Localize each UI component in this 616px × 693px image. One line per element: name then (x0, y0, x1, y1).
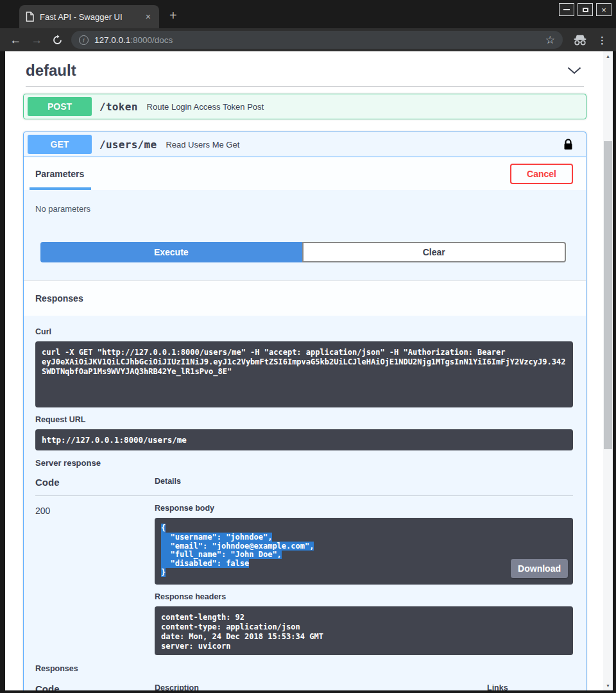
tab-title: Fast API - Swagger UI (40, 12, 144, 22)
post-endpoint-path: /token (99, 101, 138, 113)
tab-parameters[interactable]: Parameters (35, 169, 84, 179)
browser-menu-icon[interactable]: ⋮ (597, 35, 607, 45)
code-column-header: Code (35, 683, 155, 690)
maximize-icon (583, 8, 588, 12)
section-divider (26, 86, 584, 87)
request-url-label: Request URL (35, 415, 573, 424)
authorize-lock-icon[interactable] (562, 137, 574, 151)
window-controls: × (556, 3, 612, 16)
opblock-post-token: POST /token Route Login Access Token Pos… (23, 94, 586, 119)
post-method-badge: POST (28, 97, 92, 116)
curl-command-block: curl -X GET "http://127.0.0.1:8000/users… (35, 341, 573, 407)
maximize-button[interactable] (578, 3, 593, 16)
response-headers-block: content-length: 92 content-type: applica… (155, 606, 573, 655)
request-url-block: http://127.0.0.1:8000/users/me (35, 429, 573, 450)
server-response-table-header: Code Details (35, 477, 573, 496)
links-column-header: Links (487, 683, 573, 690)
content-area: default POST /token Route Login Access T… (0, 51, 616, 693)
chevron-down-icon[interactable] (565, 64, 584, 77)
browser-tab[interactable]: Fast API - Swagger UI × (19, 5, 159, 28)
response-body-line: } (161, 569, 567, 578)
curl-label: Curl (35, 327, 573, 336)
page-scrollbar[interactable]: ▲ ▼ (603, 51, 613, 690)
reload-button[interactable] (52, 35, 63, 46)
close-icon: × (601, 6, 606, 14)
browser-toolbar: ← → i 127.0.0.1:8000/docs ☆ ⋮ (0, 28, 616, 51)
close-button[interactable]: × (596, 3, 612, 16)
url-path: :8000/docs (130, 35, 173, 45)
response-header-line: content-length: 92 (161, 613, 567, 622)
execute-button[interactable]: Execute (40, 242, 302, 262)
document-icon (26, 12, 34, 22)
clear-button[interactable]: Clear (302, 242, 567, 262)
page-title: default (26, 62, 565, 80)
responses-inner: Curl curl -X GET "http://127.0.0.1:8000/… (24, 316, 586, 690)
site-info-icon[interactable]: i (79, 35, 89, 45)
description-column-header: Description (155, 683, 487, 690)
responses-section-header: Responses (24, 280, 586, 316)
response-body-line: "email": "johndoe@example.com", (161, 542, 567, 551)
get-endpoint-path: /users/me (99, 139, 157, 151)
tab-close-icon[interactable]: × (144, 12, 153, 22)
incognito-icon[interactable] (573, 35, 587, 46)
get-method-badge: GET (28, 135, 92, 154)
response-body-line: { (161, 524, 567, 533)
response-header-line: server: uvicorn (161, 642, 567, 651)
get-users-me-summary[interactable]: GET /users/me Read Users Me Get (24, 132, 586, 157)
url-host: 127.0.0.1 (94, 35, 130, 45)
response-header-line: date: Mon, 24 Dec 2018 15:53:34 GMT (161, 632, 567, 642)
response-body-line: "full_name": "John Doe", (161, 551, 567, 560)
documented-responses-table-header: Code Description Links (35, 683, 573, 690)
tab-strip: Fast API - Swagger UI × + × (0, 0, 616, 28)
new-tab-button[interactable]: + (169, 9, 177, 22)
section-header: default (23, 51, 586, 80)
scrollbar-down-icon[interactable]: ▼ (603, 683, 613, 688)
download-button[interactable]: Download (511, 559, 568, 578)
server-response-label: Server response (35, 458, 573, 468)
status-code: 200 (35, 504, 155, 655)
details-column-header: Details (155, 477, 181, 488)
active-tab-underline (30, 187, 91, 190)
execute-wrapper: Execute Clear (24, 214, 586, 280)
server-response-row: 200 Response body { "username": "johndoe… (35, 496, 573, 655)
browser-window: Fast API - Swagger UI × + × ← → i 127.0.… (0, 0, 616, 693)
scrollbar-up-icon[interactable]: ▲ (603, 54, 613, 58)
get-endpoint-description: Read Users Me Get (166, 140, 239, 150)
url-text: 127.0.0.1:8000/docs (94, 35, 173, 45)
response-headers-label: Response headers (155, 592, 573, 601)
swagger-page: default POST /token Route Login Access T… (5, 51, 603, 690)
bookmark-star-icon[interactable]: ☆ (545, 35, 555, 46)
curl-line: eyJ0eXAiOiJKV1QiLCJhbGciOiJIUzI1NiJ9.eyJ… (42, 357, 567, 367)
response-body-label: Response body (155, 504, 573, 513)
curl-line: SWDTNqbfOaP1Ms9WVYJAQ3hRB42Ye_lR1sPvo_8E… (42, 367, 567, 377)
post-token-summary[interactable]: POST /token Route Login Access Token Pos… (24, 94, 586, 119)
forward-button[interactable]: → (31, 34, 42, 46)
cancel-button[interactable]: Cancel (510, 164, 573, 184)
opblock-get-users-me: GET /users/me Read Users Me Get Paramete… (23, 132, 586, 690)
back-button[interactable]: ← (10, 34, 21, 46)
code-column-header: Code (35, 477, 155, 488)
curl-line: curl -X GET "http://127.0.0.1:8000/users… (42, 348, 567, 357)
post-endpoint-description: Route Login Access Token Post (147, 102, 264, 112)
scrollbar-thumb[interactable] (604, 141, 612, 449)
documented-responses-label: Responses (35, 664, 573, 673)
response-body-line: "disabled": false (161, 560, 567, 569)
response-body-block: { "username": "johndoe", "email": "johnd… (155, 518, 573, 585)
minimize-button[interactable] (559, 3, 574, 16)
minimize-icon (563, 9, 570, 10)
address-bar[interactable]: i 127.0.0.1:8000/docs ☆ (71, 31, 563, 49)
response-body-line: "username": "johndoe", (161, 533, 567, 542)
parameters-header: Parameters Cancel (24, 157, 586, 190)
no-parameters-text: No parameters (24, 190, 586, 214)
response-header-line: content-type: application/json (161, 622, 567, 632)
